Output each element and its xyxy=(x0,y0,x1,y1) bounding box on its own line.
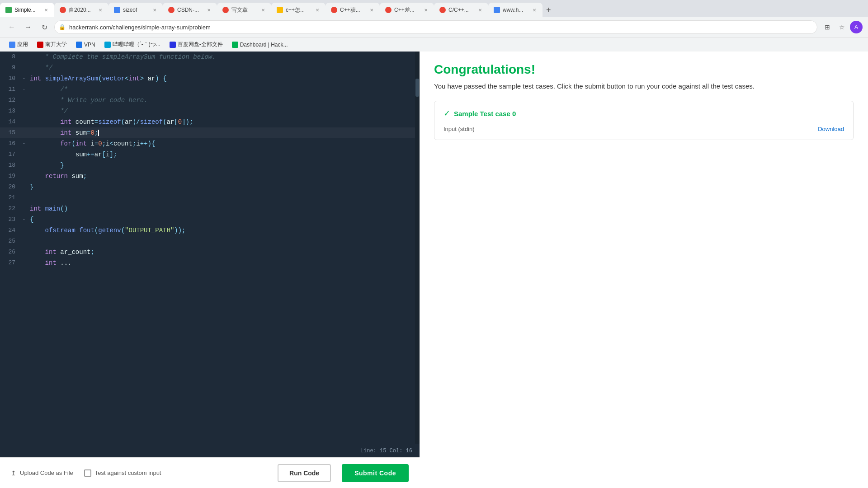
bookmark-nankai[interactable]: 南开大学 xyxy=(33,40,71,49)
bookmark-label-baidu: 百度网盘-全部文件 xyxy=(178,41,223,48)
profile-avatar[interactable]: A xyxy=(850,21,863,33)
translate-button[interactable]: ⊞ xyxy=(821,21,834,33)
fold-23[interactable]: - xyxy=(23,214,30,225)
tab-close-5[interactable]: ✕ xyxy=(260,7,266,14)
line-num-12: 12 xyxy=(0,95,23,106)
tab-10[interactable]: www.h... ✕ xyxy=(488,3,542,17)
run-code-button[interactable]: Run Code xyxy=(278,464,331,482)
tab-favicon-6 xyxy=(277,7,283,13)
line-num-8: 8 xyxy=(0,52,23,62)
fold-10[interactable]: - xyxy=(23,73,30,84)
tab-3[interactable]: sizeof ✕ xyxy=(108,3,163,17)
bottom-toolbar: ↥ Upload Code as File Test against custo… xyxy=(0,457,420,488)
bookmark-baidu[interactable]: 百度网盘-全部文件 xyxy=(166,40,226,49)
line-num-25: 25 xyxy=(0,236,23,247)
new-tab-button[interactable]: + xyxy=(542,5,555,15)
tab-8[interactable]: C++差... ✕ xyxy=(380,3,434,17)
tab-close-8[interactable]: ✕ xyxy=(423,7,429,14)
editor-scrollbar[interactable] xyxy=(415,52,420,444)
tab-7[interactable]: C++获... ✕ xyxy=(326,3,380,17)
line-content-24[interactable]: ofstream fout(getenv("OUTPUT_PATH")); xyxy=(30,225,415,236)
line-num-16: 16 xyxy=(0,138,23,149)
line-content-20[interactable]: } xyxy=(30,182,415,192)
tab-1[interactable]: Simple... ✕ xyxy=(0,3,54,17)
line-content-18[interactable]: } xyxy=(30,160,415,171)
bookmark-vpn[interactable]: VPN xyxy=(72,41,99,49)
line-num-9: 9 xyxy=(0,62,23,73)
address-input[interactable] xyxy=(54,20,817,34)
editor-scroll[interactable]: 8 * Complete the simpleArraySum function… xyxy=(0,52,415,444)
line-content-22[interactable]: int main() xyxy=(30,203,415,214)
check-circle-icon: ✓ xyxy=(443,108,450,118)
line-content-14[interactable]: int count=sizeof(ar)/sizeof(ar[0]); xyxy=(30,117,415,127)
checkbox-box[interactable] xyxy=(84,469,91,477)
line-content-27[interactable]: int ... xyxy=(30,258,415,268)
line-content-8[interactable]: * Complete the simpleArraySum function b… xyxy=(30,52,415,62)
test-case-title-0: Sample Test case 0 xyxy=(454,110,516,117)
upload-code-button[interactable]: ↥ Upload Code as File xyxy=(11,469,73,477)
tab-4[interactable]: CSDN-... ✕ xyxy=(163,3,217,17)
address-wrapper: 🔒 xyxy=(54,20,817,34)
line-content-11[interactable]: /* xyxy=(30,84,415,95)
star-button[interactable]: ☆ xyxy=(835,21,848,33)
editor-scrollbar-thumb[interactable] xyxy=(415,79,419,97)
line-num-15: 15 xyxy=(0,127,23,138)
fold-11[interactable]: - xyxy=(23,84,30,95)
submit-code-button[interactable]: Submit Code xyxy=(342,464,409,482)
tab-5[interactable]: 写文章 ✕ xyxy=(217,3,271,17)
bookmark-favicon-vpn xyxy=(76,42,82,48)
upload-code-label: Upload Code as File xyxy=(20,469,73,476)
tab-close-3[interactable]: ✕ xyxy=(152,7,157,14)
bookmark-favicon-apps xyxy=(9,42,15,48)
tab-9[interactable]: C/C++... ✕ xyxy=(434,3,488,17)
test-case-body-0: Input (stdin) Download xyxy=(443,126,844,132)
code-line-9: 9 */ xyxy=(0,62,415,73)
forward-button[interactable]: → xyxy=(22,21,34,33)
line-content-13[interactable]: */ xyxy=(30,106,415,117)
line-content-15[interactable]: int sum=0; xyxy=(30,127,415,138)
line-content-19[interactable]: return sum; xyxy=(30,171,415,182)
bookmark-label-nankai: 南开大学 xyxy=(45,41,67,48)
line-content-26[interactable]: int ar_count; xyxy=(30,247,415,258)
editor-status-text: Line: 15 Col: 16 xyxy=(360,448,412,454)
line-content-10[interactable]: int simpleArraySum(vector<int> ar) { xyxy=(30,73,415,84)
line-content-16[interactable]: for(int i=0;i<count;i++){ xyxy=(30,138,415,149)
code-editor[interactable]: 8 * Complete the simpleArraySum function… xyxy=(0,52,415,444)
tab-close-9[interactable]: ✕ xyxy=(477,7,483,14)
code-lines: 8 * Complete the simpleArraySum function… xyxy=(0,52,415,268)
code-line-13: 13 */ xyxy=(0,106,415,117)
bookmark-hackerrank[interactable]: Dashboard | Hack... xyxy=(228,41,292,49)
line-num-22: 22 xyxy=(0,203,23,214)
code-line-18: 18 } xyxy=(0,160,415,171)
address-actions: ⊞ ☆ A xyxy=(821,21,863,33)
bookmark-label-vpn: VPN xyxy=(84,42,95,48)
line-content-12[interactable]: * Write your code here. xyxy=(30,95,415,106)
bookmark-label-hackerrank: Dashboard | Hack... xyxy=(240,42,288,48)
line-content-9[interactable]: */ xyxy=(30,62,415,73)
test-case-header-0: ✓ Sample Test case 0 xyxy=(443,108,844,118)
tab-close-2[interactable]: ✕ xyxy=(98,7,103,14)
download-link-0[interactable]: Download xyxy=(818,126,844,132)
back-button[interactable]: ← xyxy=(5,21,18,33)
tab-close-4[interactable]: ✕ xyxy=(206,7,212,14)
tab-favicon-1 xyxy=(5,7,12,13)
reload-button[interactable]: ↻ xyxy=(38,21,51,33)
tab-close-6[interactable]: ✕ xyxy=(315,7,320,14)
line-content-23[interactable]: { xyxy=(30,214,415,225)
custom-input-checkbox[interactable]: Test against custom input xyxy=(84,469,161,477)
line-num-13: 13 xyxy=(0,106,23,117)
line-num-10: 10 xyxy=(0,73,23,84)
tab-title-7: C++获... xyxy=(340,6,366,14)
tab-close-1[interactable]: ✕ xyxy=(43,7,49,14)
tab-2[interactable]: 自2020... ✕ xyxy=(54,3,108,17)
tab-title-1: Simple... xyxy=(14,7,41,13)
line-content-17[interactable]: sum+=ar[i]; xyxy=(30,149,415,160)
bookmark-apps[interactable]: 应用 xyxy=(5,40,32,49)
bookmark-bilibili[interactable]: 哔哩哔哩（´-｀)つ... xyxy=(101,40,164,49)
tab-favicon-3 xyxy=(114,7,120,13)
address-bar: ← → ↻ 🔒 ⊞ ☆ A xyxy=(0,17,868,37)
tab-close-7[interactable]: ✕ xyxy=(369,7,374,14)
tab-6[interactable]: c++怎... ✕ xyxy=(271,3,326,17)
tab-close-10[interactable]: ✕ xyxy=(532,7,537,14)
fold-16[interactable]: - xyxy=(23,138,30,149)
